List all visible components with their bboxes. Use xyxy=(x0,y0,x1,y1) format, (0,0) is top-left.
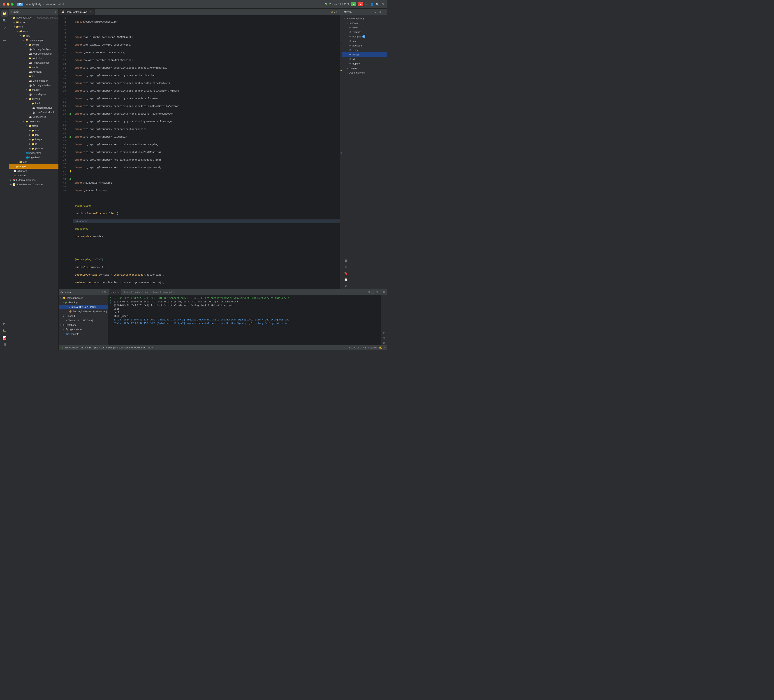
code-content[interactable]: package com.example.controller; import c… xyxy=(73,15,340,289)
vcs-label[interactable]: Version control xyxy=(46,3,64,6)
tree-test[interactable]: ▶ 📁 test xyxy=(9,160,58,164)
tree-picture[interactable]: ▶ 📁 picture xyxy=(9,146,58,151)
breakpoint-dot-43[interactable] xyxy=(69,178,71,180)
tree-idea[interactable]: ▶ 📁 .idea xyxy=(9,20,58,24)
services-filter-icon[interactable]: ⚙ xyxy=(104,291,106,294)
lamp-icon-41[interactable]: 💡 xyxy=(69,170,72,173)
maven-run-icon[interactable]: ▶ xyxy=(380,10,382,13)
log-pause-icon[interactable]: ⏸ xyxy=(379,291,382,294)
services-tomcat-finished[interactable]: ● Tomcat 10.1.2322 [local] xyxy=(59,318,108,323)
debug-icon[interactable]: 🐛 xyxy=(2,327,8,334)
indent-settings[interactable]: 4 spaces xyxy=(368,347,377,349)
stop-button[interactable]: ■ xyxy=(358,2,363,6)
project-name[interactable]: SecurityStudy xyxy=(25,3,41,6)
tree-security-config[interactable]: ☕ SecurityConfigura xyxy=(9,47,58,51)
git-icon[interactable]: ⎇ xyxy=(2,25,8,31)
maven-lifecycle[interactable]: ▼ Lifecycle xyxy=(342,21,387,25)
more-options-icon[interactable]: ⋯ xyxy=(365,2,368,6)
tree-src[interactable]: ▼ 📁 src xyxy=(9,24,58,29)
services-console[interactable]: ⌨ console xyxy=(59,332,108,336)
project-tree[interactable]: ▼ 📁 SecurityStudy ~/Desktop/CS/JavaEl ▶ … xyxy=(9,15,58,350)
log-settings-icon[interactable]: ⚙ xyxy=(383,291,385,294)
tree-init[interactable]: ▼ 📁 init xyxy=(9,74,58,78)
tree-security-init[interactable]: ☕ SecurityInitializer xyxy=(9,83,58,88)
find-icon[interactable]: 🔍 xyxy=(2,18,8,24)
run-button[interactable]: ▶ xyxy=(351,2,356,6)
tree-external-libs[interactable]: ▶ 📚 External Libraries xyxy=(9,178,58,182)
search-icon[interactable]: 🔍 xyxy=(376,2,380,6)
tree-main[interactable]: ▼ 📁 main xyxy=(9,29,58,33)
log-tab-localhost[interactable]: Tomcat Localhost Log xyxy=(121,289,150,295)
tree-service[interactable]: ▼ 📁 service xyxy=(9,97,58,101)
maven-dependencies[interactable]: ▶ Dependencies xyxy=(342,70,387,75)
close-button[interactable] xyxy=(3,3,5,6)
log-trash-icon[interactable]: 🗑 xyxy=(382,340,386,345)
editor-scrollbar[interactable] xyxy=(340,15,342,289)
tree-image[interactable]: ▶ 📁 image xyxy=(9,137,58,142)
tab-close-button[interactable]: ✕ xyxy=(89,10,92,13)
tree-target[interactable]: ▶ 📁 target xyxy=(9,164,58,169)
tree-account[interactable]: ☕ Account xyxy=(9,69,58,74)
tree-authorize-service[interactable]: ☕ AuthorizeServi xyxy=(9,106,58,110)
maven-package[interactable]: ⟳ package xyxy=(342,43,387,48)
tree-pom-xml[interactable]: m pom.xml xyxy=(9,173,58,178)
cursor-position[interactable]: 42:26 xyxy=(349,347,355,349)
tree-user-service[interactable]: ☕ UserService xyxy=(9,115,58,119)
database-icon[interactable]: 🗄 xyxy=(2,342,8,348)
log-tab-catalina[interactable]: Tomcat Catalina Log xyxy=(150,289,178,295)
profiler-icon[interactable]: 📊 xyxy=(2,335,8,341)
maven-plugins[interactable]: ▶ Plugins xyxy=(342,66,387,70)
tree-config[interactable]: ▼ 📁 config xyxy=(9,42,58,47)
maven-project[interactable]: ▼ m SecurityStudy xyxy=(342,16,387,21)
maven-download-icon[interactable]: ↓ xyxy=(377,10,379,13)
log-print-icon[interactable]: 🖨 xyxy=(382,335,386,340)
tree-user-service-impl[interactable]: ☕ UserServiceImpl xyxy=(9,110,58,115)
log-content[interactable]: 07-Jun-2024 17:07:23.933 INFO [RMI TCP C… xyxy=(113,295,381,345)
tree-controller[interactable]: ▼ 📁 controller xyxy=(9,56,58,60)
tree-impl[interactable]: ▼ 📁 impl xyxy=(9,101,58,106)
tree-css[interactable]: ▶ 📁 css xyxy=(9,128,58,133)
breakpoint-dot-32[interactable] xyxy=(69,136,71,138)
tree-java[interactable]: ▼ 📁 java xyxy=(9,33,58,38)
project-tree-icon[interactable]: 📁 xyxy=(2,10,8,17)
right-toolbar-icon-2[interactable]: ⎙ xyxy=(343,264,349,270)
tree-root[interactable]: ▼ 📁 SecurityStudy ~/Desktop/CS/JavaEl xyxy=(9,15,58,20)
status-notifications-icon[interactable]: 🔔 xyxy=(379,347,382,349)
maven-clean[interactable]: ⟳ clean xyxy=(342,25,387,30)
log-wrap-icon[interactable]: ⏎ xyxy=(382,330,386,335)
maven-refresh-icon[interactable]: ↻ xyxy=(374,10,376,13)
run-config-icon[interactable]: ▶ xyxy=(2,320,8,327)
settings-icon[interactable]: ⚙ xyxy=(381,2,384,6)
tree-index-html[interactable]: 🌐 index.html xyxy=(9,151,58,155)
services-finished[interactable]: ▶ Finished xyxy=(59,314,108,318)
editor-more-icon[interactable]: ⋯ xyxy=(337,10,340,13)
tree-static[interactable]: ▼ 📁 static xyxy=(9,124,58,128)
maven-more-icon[interactable]: ⋯ xyxy=(382,10,385,13)
log-scroll-top[interactable]: ↑ xyxy=(382,296,386,300)
services-running[interactable]: ▼ ▶ Running xyxy=(59,300,108,305)
maven-validate[interactable]: ⟳ validate xyxy=(342,30,387,34)
right-toolbar-icon-5[interactable]: ⚙ xyxy=(343,283,349,289)
breakpoint-dot-26[interactable] xyxy=(69,113,71,115)
services-add-icon[interactable]: + xyxy=(102,291,103,294)
line-ending[interactable]: LF UTF-8 xyxy=(357,347,366,349)
minimize-button[interactable] xyxy=(7,3,10,6)
maven-verify[interactable]: ⟳ verify xyxy=(342,48,387,52)
tree-gitignore[interactable]: 📄 .gitignore xyxy=(9,169,58,173)
tree-entity[interactable]: ▼ 📁 entity xyxy=(9,65,58,69)
log-rerun-icon[interactable]: ↺ xyxy=(368,291,370,294)
tree-hello-controller[interactable]: ☕ HelloController xyxy=(9,60,58,65)
services-database[interactable]: ▼ 🗄 Database xyxy=(59,323,108,327)
status-expand-icon[interactable]: ⤢ xyxy=(384,347,385,349)
tree-font[interactable]: ▶ 📁 font xyxy=(9,133,58,137)
project-settings-icon[interactable]: ⚙ xyxy=(55,10,57,13)
services-tomcat-server[interactable]: ▼ 🐱 Tomcat Server xyxy=(59,296,108,300)
maven-install[interactable]: ⟳ install xyxy=(342,52,387,57)
right-toolbar-icon-3[interactable]: 🔖 xyxy=(343,271,349,276)
maven-site[interactable]: ⟳ site xyxy=(342,57,387,61)
tree-scratches[interactable]: ▶ 📝 Scratches and Consoles xyxy=(9,182,58,187)
tree-login-html[interactable]: 🌐 login.html xyxy=(9,155,58,160)
more-tools-icon[interactable]: ⋯ xyxy=(2,38,8,44)
tab-hello-controller[interactable]: ☕ HelloController.java ✕ xyxy=(59,8,95,15)
tree-resources[interactable]: ▼ 📁 resources xyxy=(9,119,58,124)
